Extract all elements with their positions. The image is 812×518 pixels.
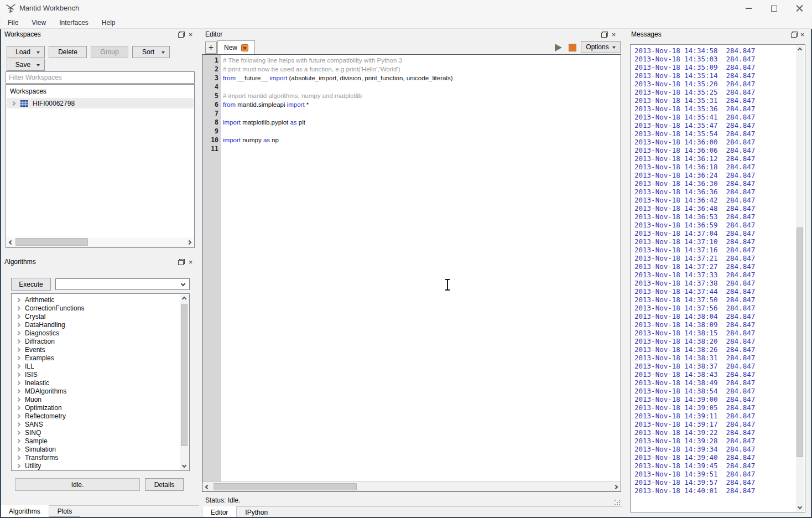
minimize-button[interactable]	[736, 0, 761, 17]
new-tab-button[interactable]: +	[205, 42, 217, 54]
algorithm-category-transforms[interactable]: Transforms	[12, 453, 180, 462]
algorithm-category-diffraction[interactable]: Diffraction	[12, 337, 180, 345]
delete-button[interactable]: Delete	[49, 46, 87, 58]
category-label: ISIS	[25, 371, 38, 379]
tab-ipython[interactable]: IPython	[237, 507, 276, 518]
workspaces-horizontal-scrollbar[interactable]	[7, 237, 194, 247]
log-entry: 2013-Nov-18 14:35:25 284.847	[631, 88, 796, 96]
resize-grip-icon[interactable]	[615, 500, 616, 501]
algorithm-category-sample[interactable]: Sample	[12, 437, 180, 445]
algorithm-category-inelastic[interactable]: Inelastic	[12, 379, 180, 387]
chevron-down-icon	[37, 51, 40, 54]
save-button[interactable]: Save	[7, 59, 45, 71]
code-area[interactable]: # The following line helps with future c…	[221, 56, 621, 481]
log-entry: 2013-Nov-18 14:39:17 284.847	[631, 420, 796, 428]
code-editor[interactable]: 1234567891011 # The following line helps…	[202, 54, 621, 492]
algorithm-category-sans[interactable]: SANS	[12, 420, 180, 428]
abort-script-button[interactable]	[566, 43, 579, 53]
algorithm-search-combobox[interactable]	[55, 278, 190, 290]
algorithm-category-simulation[interactable]: Simulation	[12, 445, 180, 453]
algorithm-category-sinq[interactable]: SINQ	[12, 428, 180, 437]
menu-item-interfaces[interactable]: Interfaces	[53, 17, 95, 29]
float-panel-icon[interactable]	[178, 259, 185, 265]
scroll-right-icon[interactable]	[613, 485, 618, 489]
line-number: 8	[202, 118, 221, 127]
scrollbar-thumb[interactable]	[181, 304, 188, 446]
maximize-button[interactable]	[761, 0, 787, 17]
scroll-right-icon[interactable]	[187, 240, 191, 245]
scroll-down-icon[interactable]	[798, 505, 802, 509]
menu-item-view[interactable]: View	[25, 17, 53, 29]
filter-workspaces-input[interactable]	[6, 71, 195, 84]
algorithm-category-list[interactable]: ArithmeticCorrectionFunctionsCrystalData…	[11, 293, 190, 471]
algorithm-category-mdalgorithms[interactable]: MDAlgorithms	[12, 387, 180, 395]
close-panel-icon[interactable]: ×	[798, 30, 806, 39]
log-entry: 2013-Nov-18 14:38:49 284.847	[631, 379, 796, 387]
algorithm-category-diagnostics[interactable]: Diagnostics	[12, 329, 180, 337]
code-line: from __future__ import (absolute_import,…	[223, 74, 621, 82]
details-button-label: Details	[154, 481, 175, 489]
algorithm-category-examples[interactable]: Examples	[12, 354, 180, 362]
messages-vertical-scrollbar[interactable]	[796, 45, 804, 511]
algorithm-category-events[interactable]: Events	[12, 345, 180, 354]
menu-item-help[interactable]: Help	[95, 17, 122, 29]
titlebar: Mantid Workbench	[0, 0, 812, 17]
algorithm-progress-bar: Idle.	[15, 478, 140, 491]
workspaces-tree[interactable]: Workspaces HIFI00062798	[6, 84, 195, 248]
category-label: Utility	[25, 462, 41, 470]
chevron-right-icon	[16, 463, 20, 468]
workspace-item-hifi00062798[interactable]: HIFI00062798	[7, 98, 194, 108]
algorithm-category-crystal[interactable]: Crystal	[12, 312, 180, 320]
log-entry: 2013-Nov-18 14:36:12 284.847	[631, 154, 796, 163]
float-panel-icon[interactable]	[178, 32, 185, 38]
sort-button[interactable]: Sort	[132, 46, 170, 58]
menu-item-file[interactable]: File	[1, 17, 25, 29]
editor-horizontal-scrollbar[interactable]	[202, 481, 621, 491]
algorithm-category-utility[interactable]: Utility	[12, 462, 180, 470]
tab-new-script[interactable]: New	[217, 40, 255, 54]
algorithm-category-datahandling[interactable]: DataHandling	[12, 320, 180, 329]
options-button[interactable]: Options	[581, 41, 621, 53]
close-panel-icon[interactable]: ×	[186, 30, 195, 39]
tab-algorithms[interactable]: Algorithms	[0, 505, 49, 517]
close-panel-icon[interactable]: ×	[610, 30, 618, 39]
details-button[interactable]: Details	[145, 478, 184, 491]
algorithm-category-ill[interactable]: ILL	[12, 362, 180, 370]
options-button-label: Options	[586, 43, 608, 51]
algorithm-category-arithmetic[interactable]: Arithmetic	[12, 296, 180, 304]
window-close-button[interactable]	[787, 0, 812, 17]
log-entry: 2013-Nov-18 14:37:50 284.847	[631, 296, 796, 304]
algorithm-category-muon[interactable]: Muon	[12, 395, 180, 403]
close-tab-icon[interactable]	[241, 44, 248, 51]
group-button[interactable]: Group	[91, 46, 128, 58]
code-line: # The following line helps with future c…	[223, 56, 621, 65]
algorithm-category-correctionfunctions[interactable]: CorrectionFunctions	[12, 304, 180, 312]
scrollbar-thumb[interactable]	[797, 227, 803, 457]
log-entry: 2013-Nov-18 14:37:16 284.847	[631, 246, 796, 254]
float-panel-icon[interactable]	[601, 32, 608, 38]
log-entry: 2013-Nov-18 14:35:03 284.847	[631, 55, 796, 63]
scrollbar-thumb[interactable]	[15, 238, 88, 246]
tab-editor[interactable]: Editor	[202, 506, 237, 518]
scroll-up-icon[interactable]	[182, 297, 186, 301]
algorithm-category-isis[interactable]: ISIS	[12, 370, 180, 379]
scroll-left-icon[interactable]	[205, 485, 210, 489]
tab-label: New	[224, 44, 237, 51]
algorithm-category-optimization[interactable]: Optimization	[12, 403, 180, 412]
execute-button[interactable]: Execute	[11, 278, 51, 291]
run-script-button[interactable]	[552, 43, 564, 53]
algorithm-category-reflectometry[interactable]: Reflectometry	[12, 412, 180, 420]
chevron-right-icon[interactable]	[11, 101, 15, 105]
scroll-up-icon[interactable]	[798, 48, 802, 52]
tab-plots[interactable]: Plots	[49, 506, 81, 517]
scroll-down-icon[interactable]	[182, 463, 186, 468]
log-entry: 2013-Nov-18 14:38:43 284.847	[631, 370, 796, 379]
scroll-left-icon[interactable]	[9, 240, 13, 245]
line-number: 2	[202, 65, 221, 74]
close-panel-icon[interactable]: ×	[186, 258, 195, 266]
category-label: ILL	[25, 362, 34, 370]
load-button[interactable]: Load	[7, 46, 45, 58]
float-panel-icon[interactable]	[791, 32, 798, 38]
algorithms-vertical-scrollbar[interactable]	[180, 294, 189, 470]
scrollbar-thumb[interactable]	[214, 483, 357, 490]
